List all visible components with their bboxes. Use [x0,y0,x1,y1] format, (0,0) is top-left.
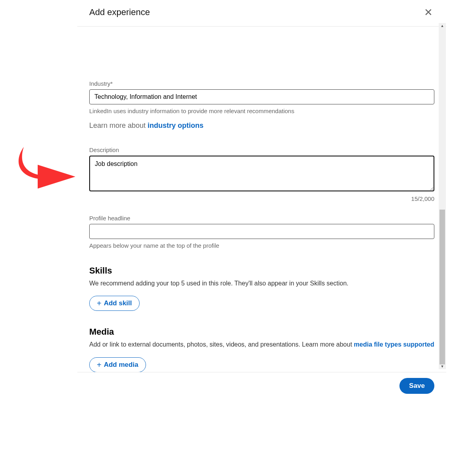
scroll-down-arrow-icon[interactable]: ▼ [439,364,446,369]
modal-footer: Save [77,372,446,399]
headline-field: Profile headline Appears below your name… [89,215,434,250]
add-skill-button[interactable]: + Add skill [89,296,140,311]
modal-header: Add experience ✕ [77,0,446,27]
description-field: Description 15/2,000 [89,146,434,202]
description-counter: 15/2,000 [89,195,434,202]
industry-learn-line: Learn more about industry options [89,121,434,130]
industry-field: Industry* LinkedIn uses industry informa… [89,80,434,130]
plus-icon: + [97,299,102,307]
media-desc-prefix: Add or link to external documents, photo… [89,341,354,348]
headline-input[interactable] [89,224,434,239]
industry-options-link[interactable]: industry options [148,121,203,129]
close-button[interactable]: ✕ [422,6,434,19]
save-button[interactable]: Save [399,378,434,394]
add-media-label: Add media [104,361,138,369]
media-description: Add or link to external documents, photo… [89,340,434,349]
add-experience-modal: Add experience ✕ Industry* LinkedIn uses… [77,0,446,399]
skills-title: Skills [89,266,434,276]
add-media-button[interactable]: + Add media [89,357,146,372]
media-file-types-link[interactable]: media file types supported [354,341,434,348]
close-icon: ✕ [424,6,433,18]
industry-label: Industry* [89,80,434,87]
annotation-arrow-icon [16,143,79,195]
media-section: Media Add or link to external documents,… [89,327,434,372]
description-textarea[interactable] [89,156,434,191]
skills-description: We recommend adding your top 5 used in t… [89,279,434,288]
modal-body[interactable]: Industry* LinkedIn uses industry informa… [77,27,446,372]
plus-icon: + [97,361,102,369]
scroll-up-arrow-icon[interactable]: ▲ [439,23,446,29]
scrollbar-thumb[interactable] [440,210,445,364]
add-skill-label: Add skill [104,299,132,307]
media-title: Media [89,327,434,337]
industry-input[interactable] [89,89,434,104]
description-label: Description [89,146,434,153]
skills-section: Skills We recommend adding your top 5 us… [89,266,434,311]
industry-help-text: LinkedIn uses industry information to pr… [89,107,434,115]
headline-label: Profile headline [89,215,434,222]
industry-learn-prefix: Learn more about [89,121,148,129]
headline-help-text: Appears below your name at the top of th… [89,241,434,250]
modal-title: Add experience [89,7,150,17]
scrollbar[interactable]: ▲ ▼ [439,23,446,369]
